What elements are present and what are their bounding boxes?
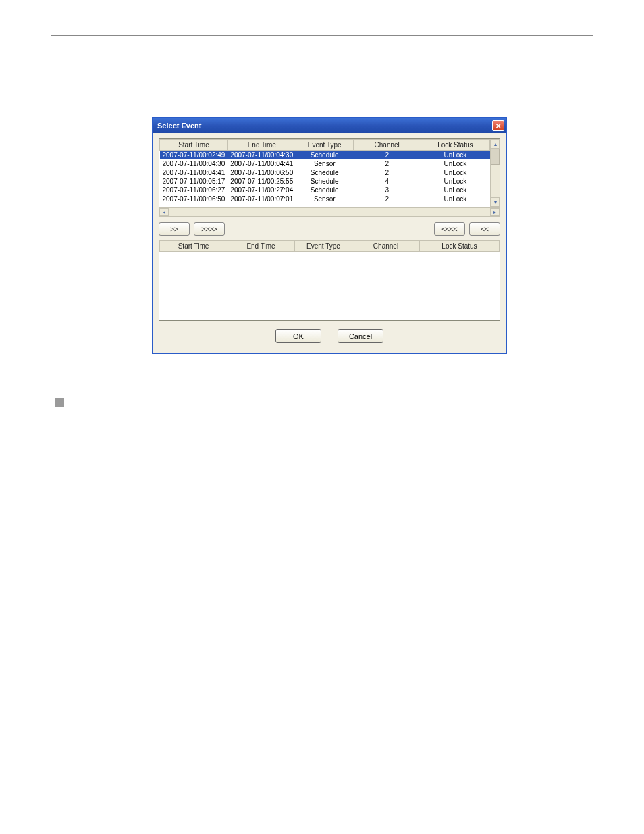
- move-spacer: [225, 222, 434, 236]
- page-marker-icon: [55, 398, 64, 407]
- scroll-track[interactable]: [491, 149, 500, 197]
- col-event-type[interactable]: Event Type: [295, 241, 352, 252]
- cell-end-time: 2007-07-11/00:07:01: [227, 194, 296, 203]
- table-header-row: Start Time End Time Event Type Channel L…: [160, 140, 490, 151]
- col-channel[interactable]: Channel: [352, 241, 420, 252]
- cell-channel: 2: [353, 159, 421, 168]
- event-table: Start Time End Time Event Type Channel L…: [159, 139, 490, 203]
- table-row[interactable]: 2007-07-11/00:06:502007-07-11/00:07:01Se…: [160, 194, 490, 203]
- cell-event-type: Schedule: [296, 151, 353, 160]
- cell-end-time: 2007-07-11/00:04:41: [227, 159, 296, 168]
- cell-start-time: 2007-07-11/00:04:30: [160, 159, 228, 168]
- cell-channel: 3: [353, 186, 421, 194]
- lower-grid[interactable]: Start Time End Time Event Type Channel L…: [159, 240, 500, 321]
- table-row[interactable]: [160, 252, 500, 261]
- cancel-button[interactable]: Cancel: [338, 329, 383, 343]
- upper-horizontal-scrollbar[interactable]: ◂ ▸: [159, 207, 500, 217]
- table-row[interactable]: [160, 305, 500, 313]
- cell-event-type: Schedule: [296, 177, 353, 186]
- selected-event-table: Start Time End Time Event Type Channel L…: [159, 240, 500, 313]
- hscroll-track[interactable]: [169, 208, 490, 216]
- dialog-titlebar: Select Event ✕: [153, 118, 506, 133]
- ok-button[interactable]: OK: [275, 329, 321, 343]
- cell-start-time: 2007-07-11/00:06:50: [160, 194, 228, 203]
- dialog-title: Select Event: [157, 122, 201, 130]
- table-row[interactable]: [160, 287, 500, 296]
- col-lock-status[interactable]: Lock Status: [421, 140, 489, 151]
- cell-start-time: 2007-07-11/00:06:27: [160, 186, 228, 194]
- move-buttons-row: >> >>>> <<<< <<: [159, 217, 500, 240]
- cell-lock-status: UnLock: [421, 194, 489, 203]
- table-row[interactable]: [160, 269, 500, 278]
- upper-grid-wrapper: Start Time End Time Event Type Channel L…: [159, 138, 500, 217]
- cell-lock-status: UnLock: [421, 159, 489, 168]
- cell-lock-status: UnLock: [421, 186, 489, 194]
- table-row[interactable]: [160, 261, 500, 269]
- scroll-up-arrow-icon[interactable]: ▴: [491, 139, 500, 149]
- cell-start-time: 2007-07-11/00:05:17: [160, 177, 228, 186]
- table-row[interactable]: 2007-07-11/00:06:272007-07-11/00:27:04Sc…: [160, 186, 490, 194]
- upper-vertical-scrollbar[interactable]: ▴ ▾: [490, 139, 500, 207]
- cell-channel: 2: [353, 194, 421, 203]
- scroll-right-arrow-icon[interactable]: ▸: [490, 208, 500, 216]
- table-row[interactable]: 2007-07-11/00:05:172007-07-11/00:25:55Sc…: [160, 177, 490, 186]
- cell-lock-status: UnLock: [421, 177, 489, 186]
- scroll-thumb[interactable]: [491, 149, 500, 165]
- add-one-button[interactable]: >>: [159, 222, 190, 236]
- cell-end-time: 2007-07-11/00:25:55: [227, 177, 296, 186]
- cell-channel: 2: [353, 151, 421, 160]
- cell-event-type: Schedule: [296, 186, 353, 194]
- dialog-body: Start Time End Time Event Type Channel L…: [153, 133, 506, 353]
- table-row[interactable]: 2007-07-11/00:02:492007-07-11/00:04:30Sc…: [160, 151, 490, 160]
- table-row[interactable]: [160, 296, 500, 305]
- col-end-time[interactable]: End Time: [227, 140, 296, 151]
- col-channel[interactable]: Channel: [353, 140, 421, 151]
- footer-buttons: OK Cancel: [159, 321, 500, 347]
- cell-channel: 4: [353, 177, 421, 186]
- cell-end-time: 2007-07-11/00:06:50: [227, 168, 296, 177]
- table-header-row: Start Time End Time Event Type Channel L…: [160, 241, 500, 252]
- cell-lock-status: UnLock: [421, 151, 489, 160]
- table-row[interactable]: [160, 278, 500, 287]
- cell-event-type: Schedule: [296, 168, 353, 177]
- remove-one-button[interactable]: <<: [469, 222, 500, 236]
- cell-channel: 2: [353, 168, 421, 177]
- col-start-time[interactable]: Start Time: [160, 140, 228, 151]
- close-button[interactable]: ✕: [492, 120, 504, 131]
- close-icon: ✕: [495, 122, 501, 130]
- upper-grid[interactable]: Start Time End Time Event Type Channel L…: [159, 138, 500, 207]
- remove-all-button[interactable]: <<<<: [434, 222, 465, 236]
- cell-end-time: 2007-07-11/00:04:30: [227, 151, 296, 160]
- col-lock-status[interactable]: Lock Status: [420, 241, 500, 252]
- col-event-type[interactable]: Event Type: [296, 140, 353, 151]
- move-group-left: >> >>>>: [159, 222, 225, 236]
- col-end-time[interactable]: End Time: [227, 241, 295, 252]
- top-divider: [51, 35, 593, 36]
- table-row[interactable]: 2007-07-11/00:04:412007-07-11/00:06:50Sc…: [160, 168, 490, 177]
- move-group-right: <<<< <<: [434, 222, 500, 236]
- cell-event-type: Sensor: [296, 159, 353, 168]
- cell-event-type: Sensor: [296, 194, 353, 203]
- cell-start-time: 2007-07-11/00:04:41: [160, 168, 228, 177]
- scroll-left-arrow-icon[interactable]: ◂: [159, 208, 169, 216]
- table-row[interactable]: 2007-07-11/00:04:302007-07-11/00:04:41Se…: [160, 159, 490, 168]
- cell-lock-status: UnLock: [421, 168, 489, 177]
- col-start-time[interactable]: Start Time: [160, 241, 227, 252]
- cell-start-time: 2007-07-11/00:02:49: [160, 151, 228, 160]
- cell-end-time: 2007-07-11/00:27:04: [227, 186, 296, 194]
- add-all-button[interactable]: >>>>: [194, 222, 225, 236]
- select-event-dialog: Select Event ✕ Start Time End Time Event…: [152, 117, 507, 354]
- scroll-down-arrow-icon[interactable]: ▾: [491, 197, 500, 207]
